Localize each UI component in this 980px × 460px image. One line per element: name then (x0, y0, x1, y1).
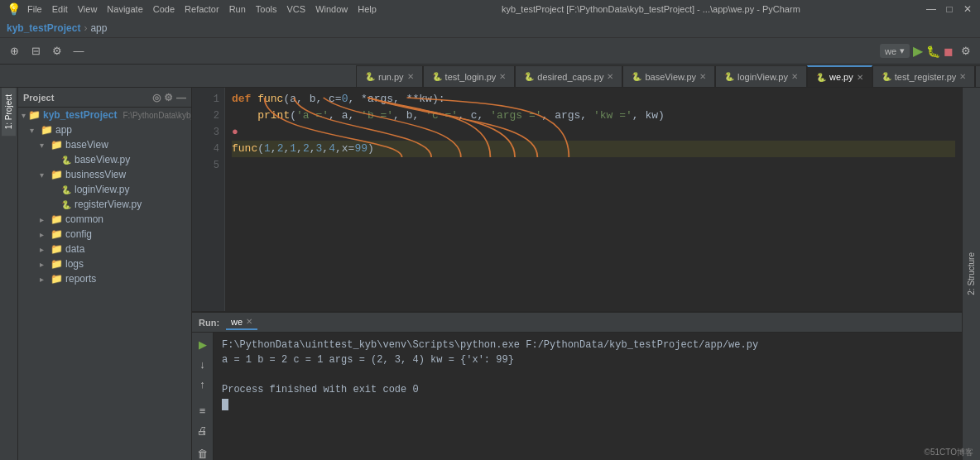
menu-refactor[interactable]: Refactor (185, 4, 219, 14)
tree-item-data-folder[interactable]: ▸ 📁 data (18, 242, 191, 256)
scroll-up-button[interactable]: ↑ (195, 376, 211, 392)
tree-label: registerView.py (74, 199, 142, 210)
folder-icon: 📁 (50, 213, 63, 225)
soft-wrap-button[interactable]: ≡ (195, 402, 211, 419)
py-icon: 🐍 (724, 72, 734, 81)
tab-close-icon[interactable]: ✕ (607, 72, 613, 81)
toolbar-settings[interactable]: ⚙ (48, 42, 66, 60)
menu-edit[interactable]: Edit (52, 4, 68, 14)
run-tab-close-icon[interactable]: ✕ (246, 317, 252, 326)
tree-item-project-root[interactable]: ▾ 📁 kyb_testProject F:\PythonData\kyb_te… (18, 108, 191, 122)
tree-item-common-folder[interactable]: ▸ 📁 common (18, 212, 191, 227)
tree-label: reports (65, 273, 96, 285)
num: 99 (354, 141, 368, 157)
tab-loginview-py[interactable]: 🐍 loginView.py ✕ (715, 65, 807, 87)
punct: , b, (393, 108, 425, 124)
menu-run[interactable]: Run (229, 4, 246, 14)
toolbar-left: ⊕ ⊟ ⚙ — (5, 42, 88, 60)
run-panel-header: Run: we ✕ (192, 313, 962, 333)
code-content[interactable]: def func(a, b, c=0, *args, **kw): print(… (225, 88, 962, 311)
menu-view[interactable]: View (78, 4, 98, 14)
tree-item-baseview-folder[interactable]: ▾ 📁 baseView (18, 137, 191, 152)
app-icon: 💡 (7, 2, 21, 16)
tab-close-icon[interactable]: ✕ (959, 72, 966, 81)
punct: , kw) (632, 108, 665, 124)
structure-panel-tab[interactable]: 2: Structure (964, 246, 978, 302)
py-icon: 🐍 (365, 72, 375, 81)
code-line-1: def func(a, b, c=0, *args, **kw): (232, 91, 955, 108)
tree-item-businessview-folder[interactable]: ▾ 📁 businessView (18, 167, 191, 182)
tree-item-app[interactable]: ▾ 📁 app (18, 122, 191, 137)
folder-icon: 📁 (50, 228, 63, 240)
tab-test-register-py[interactable]: 🐍 test_register.py ✕ (872, 65, 976, 87)
panel-icon-hide[interactable]: — (176, 92, 186, 103)
panel-header-icons: ◎ ⚙ — (152, 92, 186, 103)
tree-item-baseview-py[interactable]: 🐍 baseView.py (18, 152, 191, 167)
num: 1 (290, 141, 296, 157)
tab-close-icon[interactable]: ✕ (699, 72, 706, 81)
panel-icon-locate[interactable]: ◎ (152, 92, 161, 103)
menu-tools[interactable]: Tools (256, 4, 277, 14)
menu-code[interactable]: Code (153, 4, 175, 14)
run-config-selector[interactable]: we ▾ (880, 44, 910, 58)
tree-item-registerview-py[interactable]: 🐍 registerView.py (18, 197, 191, 212)
py-icon: 🐍 (524, 72, 534, 81)
clear-button[interactable]: 🗑 (195, 445, 211, 460)
toolbar-collapse-all[interactable]: ⊟ (26, 42, 45, 60)
tab-close-icon[interactable]: ✕ (857, 73, 863, 82)
tab-close-icon[interactable]: ✕ (407, 72, 414, 81)
line-num-3: 3 (197, 124, 219, 141)
folder-icon: 📁 (41, 124, 53, 136)
tab-close-icon[interactable]: ✕ (499, 72, 506, 81)
tree-item-logs-folder[interactable]: ▸ 📁 logs (18, 256, 191, 271)
toolbar-expand-all[interactable]: ⊕ (5, 42, 23, 60)
output-line-result: a = 1 b = 2 c = 1 args = (2, 3, 4) kw = … (222, 352, 954, 367)
scroll-down-button[interactable]: ↓ (195, 356, 211, 372)
punct: ( (290, 108, 296, 124)
tab-test-login-py[interactable]: 🐍 test_login.py ✕ (423, 65, 516, 87)
tree-label: logs (65, 258, 84, 270)
menu-file[interactable]: File (27, 4, 42, 14)
tab-myunit-py[interactable]: 🐍 myunit.py ✕ (975, 65, 980, 87)
settings-gear-icon[interactable]: ⚙ (957, 42, 975, 60)
cursor-blink (222, 399, 228, 410)
tab-run-py[interactable]: 🐍 run.py ✕ (356, 65, 423, 87)
run-button[interactable]: ▶ (913, 43, 923, 59)
panel-icon-settings[interactable]: ⚙ (164, 92, 173, 103)
tree-item-config-folder[interactable]: ▸ 📁 config (18, 227, 191, 242)
tab-baseview-py[interactable]: 🐍 baseView.py ✕ (622, 65, 715, 87)
punct: , args, (542, 108, 593, 124)
title-bar-left: 💡 File Edit View Navigate Code Refactor … (7, 2, 377, 16)
tab-desired-caps-py[interactable]: 🐍 desired_caps.py ✕ (515, 65, 622, 87)
debug-button[interactable]: 🐛 (926, 45, 940, 58)
project-panel-tab[interactable]: 1: Project (2, 88, 16, 136)
tree-item-loginview-py[interactable]: 🐍 loginView.py (18, 182, 191, 197)
tab-close-icon[interactable]: ✕ (791, 72, 798, 81)
maximize-button[interactable]: □ (944, 3, 955, 15)
print-button[interactable]: 🖨 (195, 422, 211, 438)
code-editor-area[interactable]: 1 2 3 4 5 def func(a, b, c=0, *args, **k… (192, 88, 962, 311)
menu-vcs[interactable]: VCS (287, 4, 306, 14)
menu-help[interactable]: Help (358, 4, 377, 14)
run-again-button[interactable]: ▶ (195, 336, 211, 352)
menu-window[interactable]: Window (315, 4, 348, 14)
toolbar-hide[interactable]: — (70, 42, 88, 60)
expand-arrow-icon: ▸ (40, 245, 48, 254)
tree-item-reports-folder[interactable]: ▸ 📁 reports (18, 271, 191, 286)
minimize-button[interactable]: — (925, 3, 937, 15)
code-editor[interactable]: 1 2 3 4 5 def func(a, b, c=0, *args, **k… (192, 88, 962, 311)
code-line-5 (232, 157, 955, 174)
breadcrumb-project[interactable]: kyb_testProject (7, 22, 80, 34)
indent-2 (232, 108, 257, 124)
line-num-1: 1 (197, 91, 219, 108)
tab-we-py[interactable]: 🐍 we.py ✕ (807, 65, 872, 87)
line-numbers: 1 2 3 4 5 (192, 88, 225, 311)
kwarg-x: x= (342, 141, 355, 157)
stop-button[interactable]: ◼ (944, 45, 954, 58)
run-panel-tab-we[interactable]: we ✕ (226, 315, 257, 330)
menu-navigate[interactable]: Navigate (107, 4, 142, 14)
str-a: 'a =' (296, 108, 329, 124)
close-button[interactable]: ✕ (962, 3, 973, 15)
expand-arrow-icon: ▸ (40, 215, 48, 224)
breadcrumb-app[interactable]: app (90, 22, 107, 34)
